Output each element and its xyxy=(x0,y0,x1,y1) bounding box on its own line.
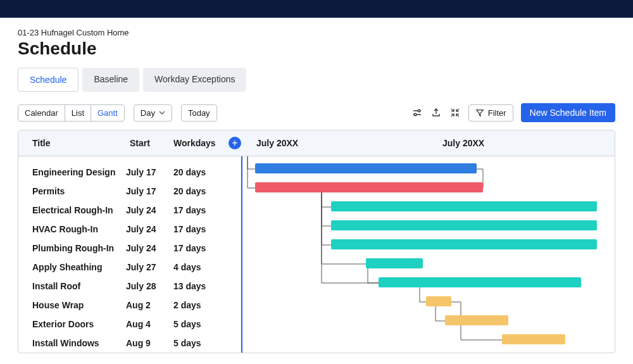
task-start: July 28 xyxy=(126,281,173,291)
task-title: Engineering Design xyxy=(18,167,126,177)
filter-button[interactable]: Filter xyxy=(468,104,513,122)
gantt-bar[interactable] xyxy=(331,239,597,249)
task-title: HVAC Rough-In xyxy=(18,224,126,234)
task-start: Aug 9 xyxy=(126,338,173,348)
view-mode-segment: Calendar List Gantt xyxy=(18,104,125,122)
gantt-row xyxy=(242,159,615,178)
time-unit-select[interactable]: Day xyxy=(134,104,172,122)
collapse-icon[interactable] xyxy=(449,107,461,118)
gantt-month-2: July 20XX xyxy=(429,130,615,156)
gantt-bar[interactable] xyxy=(255,163,477,173)
view-gantt[interactable]: Gantt xyxy=(91,105,124,121)
task-title: Permits xyxy=(18,186,126,196)
task-start: July 24 xyxy=(126,205,173,215)
view-list[interactable]: List xyxy=(65,105,91,121)
app-topbar xyxy=(0,0,633,18)
gantt-bar[interactable] xyxy=(255,182,483,192)
task-workdays: 5 days xyxy=(173,319,227,329)
sliders-icon[interactable] xyxy=(411,107,423,118)
new-schedule-item-button[interactable]: New Schedule Item xyxy=(521,103,615,122)
task-title: Install Roof xyxy=(18,281,126,291)
task-start: July 17 xyxy=(126,186,173,196)
gantt-month-1: July 20XX xyxy=(242,130,429,156)
filter-label: Filter xyxy=(488,108,506,118)
table-row[interactable]: Exterior DoorsAug 45 days xyxy=(18,315,241,334)
gantt-row xyxy=(242,197,615,216)
column-start[interactable]: Start xyxy=(126,130,173,156)
gantt-row xyxy=(242,216,615,235)
today-button[interactable]: Today xyxy=(181,104,217,122)
gantt-bar[interactable] xyxy=(502,334,565,344)
task-workdays: 20 days xyxy=(173,167,227,177)
add-column-button[interactable]: + xyxy=(229,137,241,149)
table-row[interactable]: Plumbing Rough-InJuly 2417 days xyxy=(18,239,241,258)
gantt-row xyxy=(242,330,615,349)
gantt-bar[interactable] xyxy=(331,220,597,230)
gantt-bar[interactable] xyxy=(331,201,597,211)
task-workdays: 5 days xyxy=(173,338,227,348)
time-unit-label: Day xyxy=(141,108,155,118)
table-row[interactable]: PermitsJuly 1720 days xyxy=(18,182,241,201)
gantt-bar[interactable] xyxy=(426,296,451,306)
svg-point-1 xyxy=(414,113,417,116)
view-calendar[interactable]: Calendar xyxy=(18,105,65,121)
task-start: July 24 xyxy=(126,224,173,234)
svg-point-0 xyxy=(418,110,420,112)
gantt-row xyxy=(242,292,615,311)
table-row[interactable]: Install RoofJuly 2813 days xyxy=(18,277,241,296)
task-start: July 17 xyxy=(126,167,173,177)
share-icon[interactable] xyxy=(430,107,442,118)
schedule-grid: Title Start Workdays + July 20XX July 20… xyxy=(18,130,615,353)
gantt-row xyxy=(242,178,615,197)
gantt-row xyxy=(242,254,615,273)
task-start: Aug 4 xyxy=(126,319,173,329)
column-workdays[interactable]: Workdays xyxy=(173,130,227,156)
page-title: Schedule xyxy=(18,39,615,59)
task-workdays: 17 days xyxy=(173,205,227,215)
chevron-down-icon xyxy=(159,110,165,116)
table-row[interactable]: Install WindowsAug 95 days xyxy=(18,334,241,353)
gantt-bar[interactable] xyxy=(445,315,508,325)
tab-baseline[interactable]: Baseline xyxy=(82,68,139,92)
task-start: July 24 xyxy=(126,243,173,253)
task-title: Exterior Doors xyxy=(18,319,126,329)
gantt-row xyxy=(242,273,615,292)
task-workdays: 20 days xyxy=(173,186,227,196)
filter-icon xyxy=(475,108,484,117)
table-row[interactable]: Electrical Rough-InJuly 2417 days xyxy=(18,201,241,220)
table-row[interactable]: Apply SheathingJuly 274 days xyxy=(18,258,241,277)
task-start: July 27 xyxy=(126,262,173,272)
gantt-bar[interactable] xyxy=(379,277,581,287)
task-workdays: 17 days xyxy=(173,224,227,234)
task-title: Install Windows xyxy=(18,338,126,348)
task-title: Electrical Rough-In xyxy=(18,205,126,215)
gantt-row xyxy=(242,311,615,330)
breadcrumb[interactable]: 01-23 Hufnagel Custom Home xyxy=(18,28,615,37)
task-workdays: 13 days xyxy=(173,281,227,291)
table-row[interactable]: House WrapAug 22 days xyxy=(18,296,241,315)
table-row[interactable]: Engineering DesignJuly 1720 days xyxy=(18,163,241,182)
table-row[interactable]: HVAC Rough-InJuly 2417 days xyxy=(18,220,241,239)
task-title: Apply Sheathing xyxy=(18,262,126,272)
tab-schedule[interactable]: Schedule xyxy=(18,68,78,92)
task-start: Aug 2 xyxy=(126,300,173,310)
task-workdays: 4 days xyxy=(173,262,227,272)
task-title: House Wrap xyxy=(18,300,126,310)
task-title: Plumbing Rough-In xyxy=(18,243,126,253)
column-title[interactable]: Title xyxy=(18,130,126,156)
task-workdays: 17 days xyxy=(173,243,227,253)
tab-workday-exceptions[interactable]: Workday Exceptions xyxy=(143,68,246,92)
tab-bar: Schedule Baseline Workday Exceptions xyxy=(18,68,615,92)
gantt-row xyxy=(242,235,615,254)
gantt-bar[interactable] xyxy=(366,258,423,268)
task-workdays: 2 days xyxy=(173,300,227,310)
